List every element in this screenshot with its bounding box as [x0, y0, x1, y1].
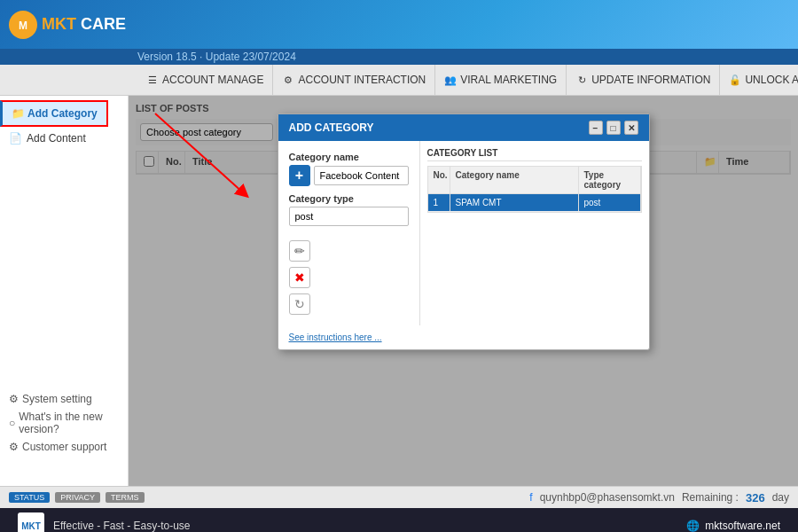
remaining-unit: day [772, 491, 789, 504]
app-tagline: Effective - Fast - Easy-to-use [53, 520, 191, 532]
cat-row-1[interactable]: 1 SPAM CMT post [428, 194, 641, 212]
nav-account-manage-label: ACCOUNT MANAGE [162, 74, 263, 86]
sidebar-whats-new[interactable]: ○ What's in the new version? [5, 408, 123, 438]
footer-email: quynhbp0@phasensomkt.vn [540, 491, 675, 504]
app-footer-right: 🌐 mktsoftware.net [686, 520, 780, 532]
sidebar-item-add-content[interactable]: 📄 Add Content [0, 127, 128, 150]
nav-viral-marketing-label: VIRAL MARKETING [460, 74, 557, 86]
app-footer-left: MKT Effective - Fast - Easy-to-use [18, 512, 191, 532]
footer-privacy-link[interactable]: PRIVACY [55, 492, 100, 503]
category-type-label: Category type [289, 193, 409, 204]
cat-table-body: 1 SPAM CMT post [427, 193, 642, 213]
remaining-value: 326 [746, 491, 765, 505]
edit-icon-button[interactable]: ✏ [289, 240, 310, 262]
sidebar: 📁 Add Category 📄 Add Content ⚙ System se… [0, 96, 129, 486]
content-area: LIST OF POSTS Choose post category LOAD … [129, 96, 798, 486]
whats-new-icon: ○ [9, 417, 15, 429]
modal-left-panel: Category name + Category type ✏ ✖ ↻ [278, 141, 420, 325]
modal-controls: − □ ✕ [589, 121, 638, 135]
nav-viral-marketing[interactable]: 👥 VIRAL MARKETING [435, 65, 567, 95]
logo-mkt-text: MKT [42, 15, 76, 34]
modal-title-bar: ADD CATEGORY − □ ✕ [278, 114, 649, 141]
modal-body: Category name + Category type ✏ ✖ ↻ [278, 141, 649, 325]
footer-bar: STATUS PRIVACY TERMS f quynhbp0@phasenso… [0, 486, 798, 508]
modal-restore-button[interactable]: □ [606, 121, 621, 135]
action-icons: ✏ ✖ ↻ [289, 240, 409, 315]
modal-title: ADD CATEGORY [289, 121, 374, 134]
nav-unlock-account-label: UNLOCK ACCOUNT [745, 74, 798, 86]
customer-support-icon: ⚙ [9, 441, 19, 453]
account-manage-icon: ☰ [146, 74, 159, 86]
nav-unlock-account[interactable]: 🔓 UNLOCK ACCOUNT [720, 65, 798, 95]
footer-links: STATUS PRIVACY TERMS [9, 492, 145, 503]
add-content-icon: 📄 [9, 132, 22, 145]
unlock-account-icon: 🔓 [729, 74, 741, 86]
facebook-icon: f [529, 491, 532, 504]
globe-icon: 🌐 [686, 520, 700, 532]
version-bar: Version 18.5 · Update 23/07/2024 [0, 49, 798, 65]
nav-bar: ☰ ACCOUNT MANAGE ⚙ ACCOUNT INTERACTION 👥… [0, 65, 798, 96]
version-text: Version 18.5 · Update 23/07/2024 [137, 51, 296, 63]
app-footer-logo: MKT [18, 512, 44, 532]
logo-icon: M [9, 11, 37, 39]
footer-status-link[interactable]: STATUS [9, 492, 50, 503]
nav-account-interaction[interactable]: ⚙ ACCOUNT INTERACTION [273, 65, 435, 95]
system-setting-icon: ⚙ [9, 393, 19, 405]
logo-area: M MKT CARE [9, 11, 133, 39]
sidebar-customer-support[interactable]: ⚙ Customer support [5, 438, 123, 456]
website-text: mktsoftware.net [705, 520, 780, 532]
account-interaction-icon: ⚙ [282, 74, 294, 86]
cat-th-no: No. [428, 167, 450, 193]
remaining-label: Remaining : [682, 491, 739, 504]
category-list-title: CATEGORY LIST [427, 148, 642, 161]
add-category-plus-button[interactable]: + [289, 165, 310, 186]
add-category-modal: ADD CATEGORY − □ ✕ Category name + [278, 113, 650, 350]
header: M MKT CARE [0, 0, 798, 49]
cat-th-type: Type category [579, 167, 641, 193]
cat-td-type-1: post [579, 194, 641, 211]
delete-icon-button[interactable]: ✖ [289, 267, 310, 288]
update-information-icon: ↻ [575, 74, 588, 86]
see-instructions-link[interactable]: See instructions here ... [278, 325, 649, 349]
modal-minimize-button[interactable]: − [589, 121, 603, 135]
category-type-input[interactable] [289, 207, 409, 226]
nav-account-interaction-label: ACCOUNT INTERACTION [298, 74, 426, 86]
footer-terms-link[interactable]: TERMS [106, 492, 145, 503]
refresh-icon-button[interactable]: ↻ [289, 293, 310, 315]
sidebar-item-add-category-label: Add Category [27, 107, 98, 120]
footer-right: f quynhbp0@phasensomkt.vn Remaining : 32… [529, 491, 789, 505]
modal-overlay: ADD CATEGORY − □ ✕ Category name + [129, 96, 798, 486]
nav-update-information[interactable]: ↻ UPDATE INFORMATION [567, 65, 720, 95]
nav-update-information-label: UPDATE INFORMATION [591, 74, 710, 86]
nav-account-manage[interactable]: ☰ ACCOUNT MANAGE [137, 65, 273, 95]
svg-text:M: M [19, 20, 27, 32]
cat-td-no-1: 1 [428, 194, 450, 211]
modal-right-panel: CATEGORY LIST No. Category name Type cat… [420, 141, 649, 325]
sidebar-item-add-content-label: Add Content [27, 132, 86, 145]
modal-close-button[interactable]: ✕ [624, 121, 638, 135]
app-footer: MKT Effective - Fast - Easy-to-use 🌐 mkt… [0, 508, 798, 532]
cat-table-header: No. Category name Type category [427, 166, 642, 193]
customer-support-label: Customer support [22, 441, 106, 453]
logo-care-text: CARE [81, 15, 126, 34]
sidebar-item-add-category[interactable]: 📁 Add Category [0, 100, 108, 127]
viral-marketing-icon: 👥 [444, 74, 457, 86]
system-setting-label: System setting [22, 393, 92, 405]
cat-th-name: Category name [450, 167, 579, 193]
cat-td-name-1: SPAM CMT [450, 194, 579, 211]
add-category-icon: 📁 [12, 107, 25, 120]
category-name-input[interactable] [314, 166, 409, 185]
sidebar-system-setting[interactable]: ⚙ System setting [5, 390, 123, 408]
category-name-label: Category name [289, 152, 409, 162]
whats-new-label: What's in the new version? [19, 411, 120, 435]
